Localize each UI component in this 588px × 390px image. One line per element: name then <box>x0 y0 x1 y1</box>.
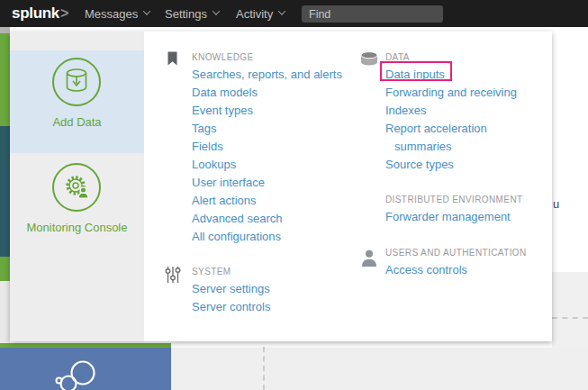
sliders-icon <box>165 266 181 284</box>
menu-item-lookups[interactable]: Lookups <box>192 156 345 174</box>
menu-item-access-controls[interactable]: Access controls <box>385 261 538 279</box>
user-icon <box>361 249 377 267</box>
menu-activity[interactable]: Activity <box>236 0 285 27</box>
find-search-input[interactable] <box>302 5 443 23</box>
menu-item-forwarding-receiving[interactable]: Forwarding and receiving <box>385 84 538 102</box>
background-dashed-divider-horizontal <box>552 317 588 319</box>
menu-item-indexes[interactable]: Indexes <box>385 102 538 120</box>
menu-item-source-types[interactable]: Source types <box>385 156 538 174</box>
section-title: SYSTEM <box>192 266 345 280</box>
top-bar: splunk > Messages Settings Activity <box>0 0 588 27</box>
dropdown-left-column: Add Data Monitoring Console <box>10 32 144 341</box>
chevron-down-icon <box>213 7 220 14</box>
splunk-logo-text: splunk <box>12 5 59 23</box>
section-data: DATA Data inputs Forwarding and receivin… <box>385 51 538 174</box>
background-bottom-gray-area <box>171 348 588 390</box>
menu-item-forwarder-management[interactable]: Forwarder management <box>385 208 538 226</box>
menu-settings[interactable]: Settings <box>165 0 219 27</box>
bookmark-icon <box>167 51 177 66</box>
menu-item-alert-actions[interactable]: Alert actions <box>192 192 345 210</box>
menu-item-searches-reports-alerts[interactable]: Searches, reports, and alerts <box>192 66 345 84</box>
menu-settings-label: Settings <box>165 7 207 21</box>
section-knowledge: KNOWLEDGE Searches, reports, and alerts … <box>192 51 345 246</box>
menu-messages-label: Messages <box>85 7 138 21</box>
background-green-sidebar-bottom <box>0 257 10 281</box>
splunk-logo-caret: > <box>60 5 68 22</box>
menu-messages[interactable]: Messages <box>85 0 149 27</box>
menu-item-report-acceleration-summaries[interactable]: Report acceleration summaries <box>385 120 501 156</box>
background-light-edge <box>0 281 10 343</box>
section-title: USERS AND AUTHENTICATION <box>385 247 538 261</box>
gear-person-icon <box>52 163 101 212</box>
bubbles-icon <box>52 358 103 390</box>
chevron-down-icon <box>278 7 285 14</box>
monitoring-console-label: Monitoring Console <box>10 221 144 234</box>
add-data-icon <box>52 58 101 106</box>
section-users-authentication: USERS AND AUTHENTICATION Access controls <box>385 247 538 279</box>
splunk-logo[interactable]: splunk > <box>12 0 68 27</box>
background-dashed-divider-vertical <box>263 347 265 390</box>
menu-item-fields[interactable]: Fields <box>192 138 345 156</box>
background-blue-tile <box>0 348 171 390</box>
section-system: SYSTEM Server settings Server controls <box>192 266 345 316</box>
menu-item-user-interface[interactable]: User interface <box>192 174 345 192</box>
menu-item-event-types[interactable]: Event types <box>192 102 345 120</box>
menu-item-data-inputs[interactable]: Data inputs <box>385 66 538 84</box>
settings-dropdown-panel: Add Data Monitoring Console <box>10 32 552 341</box>
menu-item-server-controls[interactable]: Server controls <box>192 298 345 316</box>
section-title: KNOWLEDGE <box>192 51 345 66</box>
app-window: u splunk > Messages Settings Activity <box>0 0 588 390</box>
background-text-fragment: u <box>553 197 559 211</box>
section-title: DISTRIBUTED ENVIRONMENT <box>385 194 538 208</box>
menu-activity-label: Activity <box>236 7 273 21</box>
section-distributed-environment: DISTRIBUTED ENVIRONMENT Forwarder manage… <box>385 194 538 226</box>
menu-item-tags[interactable]: Tags <box>192 120 345 138</box>
database-icon <box>359 51 379 67</box>
add-data-label: Add Data <box>10 115 144 129</box>
background-green-sidebar-top <box>0 33 10 126</box>
menu-item-all-configurations[interactable]: All configurations <box>192 228 345 246</box>
menu-item-data-models[interactable]: Data models <box>192 84 345 102</box>
menu-item-server-settings[interactable]: Server settings <box>192 280 345 298</box>
background-gray-edge <box>0 27 10 33</box>
background-teal-panel-edge <box>0 126 10 257</box>
add-data-tile[interactable]: Add Data <box>10 50 144 153</box>
monitoring-console-tile[interactable]: Monitoring Console <box>10 156 144 258</box>
chevron-down-icon <box>143 7 150 14</box>
section-title: DATA <box>385 51 538 66</box>
menu-item-advanced-search[interactable]: Advanced search <box>192 210 345 228</box>
